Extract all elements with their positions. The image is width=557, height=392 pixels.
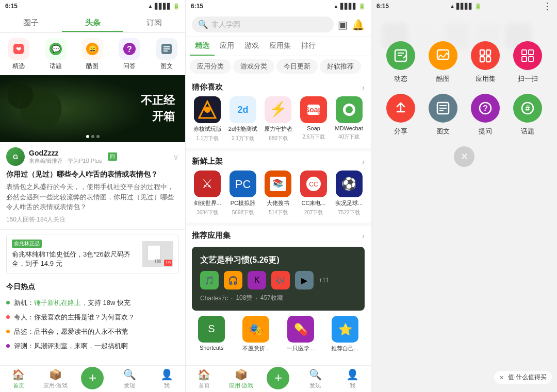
close-button[interactable]: ✕ [454, 146, 474, 167]
new-app-0[interactable]: ⚔ 剑侠世界... 3684下载 [190, 169, 225, 217]
new-app-icon-1: PC [230, 171, 256, 197]
hot-title: 今日热点 [6, 282, 179, 292]
status-time-left: 6:15 [5, 3, 18, 10]
icon-tuwen[interactable]: 图文 [148, 38, 185, 71]
status-bar-left: 6:15 ▲ ▋▋▋▋ 🔋 [0, 0, 185, 12]
tuwen-icon [156, 38, 177, 60]
nav-discover-mid[interactable]: 🔍 发现 [297, 368, 334, 389]
tab-yingyongji[interactable]: 应用集 [264, 37, 296, 56]
svg-text:?: ? [127, 45, 132, 54]
nav-apps-left[interactable]: 📦 应用·游戏 [37, 368, 74, 389]
tab-youxi[interactable]: 游戏 [239, 37, 264, 56]
status-time-mid: 6:15 [191, 3, 203, 10]
svg-text:T恤: T恤 [154, 259, 162, 264]
hot-item-2[interactable]: 夸人：你最喜欢的主播是谁？为何喜欢？ [6, 310, 179, 325]
hot-text-1: 新机：锤子新机在路上，支持 18w 快充 [14, 298, 130, 308]
search-input-box[interactable]: 🔍 非人学园 [192, 16, 334, 32]
tab-yingyong[interactable]: 应用 [215, 37, 239, 56]
app-item-1[interactable]: 2d 2d性能测试 2.1万下载 [225, 95, 261, 143]
yingyongji-label: 应用集 [476, 74, 496, 83]
qa-dongtai[interactable]: 动态 [382, 41, 419, 83]
icon-kuhui[interactable]: 😄 酷图 [74, 38, 111, 71]
watermark-text: 值·什么值得买 [508, 373, 547, 382]
new-app-3[interactable]: CC CC来电... 207下载 [296, 169, 332, 217]
qr-icon[interactable]: ▣ [338, 19, 348, 31]
sub-tab-today[interactable]: 今日更新 [276, 59, 318, 74]
shortcut-3[interactable]: ⭐ 推荐自己... [323, 316, 367, 352]
status-bar-right: 6:15 ▲ ▋▋▋▋ 🔋 ⋮ [371, 0, 557, 12]
svg-rect-60 [522, 50, 527, 55]
sub-tab-gamecat[interactable]: 游戏分类 [233, 59, 274, 74]
collection-card[interactable]: 文艺是种习惯(5.26更) 🎵 🎧 K 🎶 ▶ +11 Charles7c · … [192, 247, 365, 311]
new-app-4[interactable]: ⚽ 实况足球... 7522下载 [331, 169, 367, 217]
saoyisao-label: 扫一扫 [518, 74, 538, 83]
nav-home-mid[interactable]: 🏠 首页 [186, 368, 223, 389]
qa-huati[interactable]: # 话题 [509, 94, 546, 136]
svg-text:⭐: ⭐ [338, 322, 352, 336]
icon-wenda[interactable]: ? 问答 [111, 38, 148, 71]
more-icon[interactable]: ⋮ [543, 1, 552, 12]
shortcut-2[interactable]: 💊 一只医学... [279, 316, 322, 352]
hot-item-1[interactable]: 新机：锤子新机在路上，支持 18w 快充 [6, 296, 179, 310]
nav-me-left[interactable]: 👤 我 [148, 368, 185, 389]
post-title[interactable]: 你用过（见过）哪些令人咋舌的表情或表情包？ [6, 169, 179, 180]
dot-1 [86, 135, 89, 138]
nav-fab-mid[interactable]: + [260, 367, 297, 391]
mid-panel: 6:15 ▲ ▋▋▋▋ 🔋 🔍 非人学园 ▣ 🔔 精选 应用 游戏 应用集 排行… [186, 0, 371, 392]
svg-text:❤: ❤ [15, 45, 21, 53]
ad-card[interactable]: 俞兆林正品 俞兆林纯棉T恤史低价，3色*26款尺码齐全，到手 14.9 元 T恤… [6, 234, 179, 274]
app-item-2[interactable]: ⚡ 原力守护者 680下载 [260, 95, 296, 143]
svg-text:📚: 📚 [273, 178, 283, 188]
nav-home-left[interactable]: 🏠 首页 [0, 368, 37, 389]
icon-huati[interactable]: 💬 话题 [37, 38, 74, 71]
hot-item-3[interactable]: 品鉴：品书会，愿爱读书的人永不书荒 [6, 325, 179, 339]
new-app-dl-1: 5698下载 [232, 209, 254, 216]
qa-yingyongji[interactable]: 应用集 [467, 41, 504, 83]
app-icon-0 [194, 96, 221, 123]
discover-icon: 🔍 [123, 368, 136, 381]
recommend-more-icon[interactable]: › [362, 83, 365, 92]
huati-label: 话题 [50, 62, 62, 71]
qa-row-1: 动态 酷图 应用集 扫一扫 [380, 41, 549, 83]
tab-dingyue[interactable]: 订阅 [123, 12, 185, 32]
sub-tab-recommend[interactable]: 好软推荐 [320, 59, 361, 74]
new-apps-more[interactable]: › [362, 158, 365, 166]
new-app-2[interactable]: 📚 大佬搜书 514下载 [260, 169, 296, 217]
qa-tiwen[interactable]: ? 提问 [467, 94, 504, 136]
app-name-0: 赤核试玩版 [193, 125, 222, 133]
nav-fab-left[interactable]: + [74, 367, 111, 391]
qa-tuwen[interactable]: 图文 [424, 94, 462, 136]
ad-content: 俞兆林正品 俞兆林纯棉T恤史低价，3色*26款尺码齐全，到手 14.9 元 [12, 240, 138, 268]
nav-apps-mid[interactable]: 📦 应用·游戏 [223, 368, 260, 389]
tab-paihang[interactable]: 排行 [296, 37, 321, 56]
shortcut-0[interactable]: S Shortcuts [190, 316, 233, 352]
expand-icon[interactable]: ∨ [173, 152, 179, 162]
app-name-4: MDWechat [335, 125, 363, 131]
new-app-1[interactable]: PC PC模拟器 5698下载 [225, 169, 261, 217]
watermark-close[interactable]: × [499, 373, 503, 382]
qa-share[interactable]: 分享 [382, 94, 419, 136]
tab-quanzi[interactable]: 圈子 [0, 12, 62, 32]
app-item-4[interactable]: MDWechat 40万下载 [331, 95, 367, 143]
apps-icon-mid: 📦 [235, 368, 248, 381]
app-item-3[interactable]: Soap Soap 2.6万下载 [296, 95, 332, 143]
fab-button-mid[interactable]: + [267, 367, 289, 389]
quick-actions: 动态 酷图 应用集 扫一扫 [371, 41, 557, 175]
shortcut-1[interactable]: 🎭 不愿意折... [234, 316, 277, 352]
nav-discover-left[interactable]: 🔍 发现 [111, 368, 148, 389]
sub-tab-appcat[interactable]: 应用分类 [190, 59, 231, 74]
bell-icon[interactable]: 🔔 [352, 19, 365, 31]
tab-toutiao[interactable]: 头条 [62, 12, 124, 32]
qa-saoyisao[interactable]: 扫一扫 [509, 41, 546, 83]
rec-collection-more[interactable]: › [362, 232, 365, 240]
tab-jingxuan[interactable]: 精选 [190, 37, 215, 56]
nav-me-mid[interactable]: 👤 我 [334, 368, 371, 389]
signal-icon: ▋▋▋▋ [155, 3, 171, 10]
qa-kuhui[interactable]: 酷图 [424, 41, 462, 83]
svg-text:💊: 💊 [293, 322, 308, 336]
app-item-0[interactable]: 赤核试玩版 1.1万下载 [190, 95, 225, 143]
icon-jingxuan[interactable]: ❤ 精选 [0, 38, 37, 71]
app-dl-1: 2.1万下载 [232, 135, 254, 142]
hot-item-4[interactable]: 评测：风潮评测室，来啊，一起搞机啊 [6, 339, 179, 353]
fab-button-left[interactable]: + [81, 367, 104, 389]
